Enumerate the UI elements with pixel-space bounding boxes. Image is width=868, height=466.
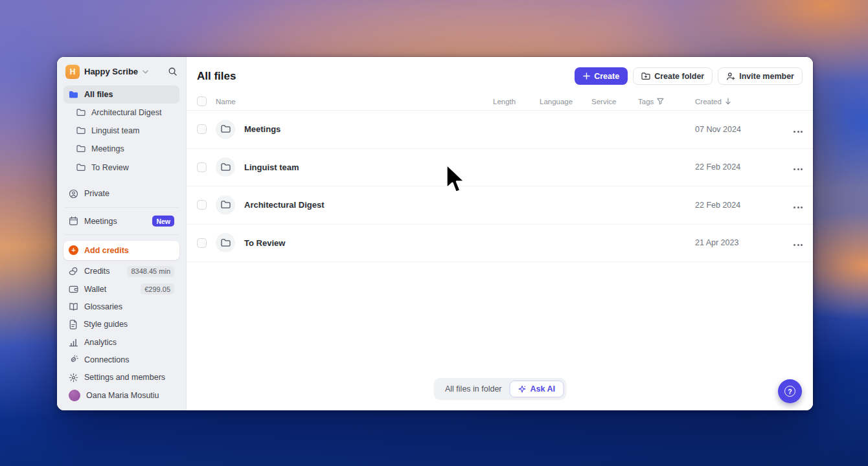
folder-icon xyxy=(216,233,235,252)
create-folder-label: Create folder xyxy=(654,72,704,81)
sidebar-item-meetings-feature[interactable]: Meetings New xyxy=(63,212,179,230)
sidebar-item-style-guides[interactable]: Style guides xyxy=(63,316,179,333)
header-actions: Create Create folder Invite member xyxy=(575,67,803,85)
link-icon xyxy=(69,355,78,364)
column-header-service[interactable]: Service xyxy=(591,98,638,105)
sidebar-item-settings-and-members[interactable]: Settings and members xyxy=(63,368,179,386)
row-name[interactable]: To Review xyxy=(244,238,285,248)
sparkle-icon xyxy=(518,385,527,394)
book-icon xyxy=(69,302,78,311)
plus-circle-icon: + xyxy=(69,245,78,255)
avatar xyxy=(69,390,80,401)
table-row[interactable]: Meetings 07 Nov 2024 xyxy=(187,111,813,149)
sidebar-item-label: Meetings xyxy=(84,217,117,226)
sidebar-item-credits[interactable]: Credits 8348.45 min xyxy=(63,263,179,280)
gear-icon xyxy=(69,373,78,383)
happy-scribe-logo: H xyxy=(65,65,80,79)
folder-plus-icon xyxy=(641,72,650,80)
mouse-cursor xyxy=(444,163,468,199)
help-button[interactable]: ? xyxy=(778,379,802,403)
folder-icon xyxy=(216,157,235,177)
bar-chart-icon xyxy=(69,338,78,347)
sidebar-item-label: Linguist team xyxy=(91,126,139,135)
sidebar-item-label: Settings and members xyxy=(84,373,165,382)
ask-ai-button[interactable]: Ask AI xyxy=(510,381,564,397)
sidebar: H Happy Scribe All files Architectural D… xyxy=(57,57,187,410)
row-name[interactable]: Architectural Digest xyxy=(244,200,325,210)
ai-scope-bar: All files in folder Ask AI xyxy=(433,378,566,400)
invite-member-button[interactable]: Invite member xyxy=(718,67,803,85)
tags-label: Tags xyxy=(638,98,654,105)
table-row[interactable]: Architectural Digest 22 Feb 2024 xyxy=(187,186,813,225)
search-icon[interactable] xyxy=(168,67,177,76)
folder-icon xyxy=(76,145,86,153)
new-badge: New xyxy=(152,216,174,227)
column-header-length[interactable]: Length xyxy=(493,98,540,105)
filter-icon[interactable] xyxy=(657,98,664,105)
row-more-button[interactable] xyxy=(779,206,803,208)
wallet-value-badge: €299.05 xyxy=(141,283,174,294)
main-header: All files Create Create folder xyxy=(187,57,813,93)
sidebar-item-label: Credits xyxy=(84,267,110,276)
sidebar-item-analytics[interactable]: Analytics xyxy=(63,333,179,351)
sidebar-item-private[interactable]: Private xyxy=(63,185,179,203)
sidebar-item-connections[interactable]: Connections xyxy=(63,351,179,368)
row-checkbox[interactable] xyxy=(197,162,207,172)
row-checkbox[interactable] xyxy=(197,238,207,248)
plus-icon xyxy=(583,72,590,80)
happy-scribe-window: H Happy Scribe All files Architectural D… xyxy=(57,57,813,410)
row-more-button[interactable] xyxy=(779,168,803,170)
credits-value-badge: 8348.45 min xyxy=(127,266,174,277)
create-button[interactable]: Create xyxy=(575,67,628,85)
sidebar-folder-linguist-team[interactable]: Linguist team xyxy=(63,122,179,140)
sidebar-item-all-files[interactable]: All files xyxy=(63,85,179,103)
sidebar-folder-architectural-digest[interactable]: Architectural Digest xyxy=(63,104,179,122)
user-name: Oana Maria Mosutiu xyxy=(86,391,159,400)
row-checkbox[interactable] xyxy=(197,200,207,210)
row-created-date: 22 Feb 2024 xyxy=(695,201,779,210)
folder-icon xyxy=(76,127,86,135)
sort-down-icon xyxy=(725,98,731,105)
sidebar-item-label: All files xyxy=(84,90,113,99)
divider xyxy=(65,207,178,208)
sidebar-folder-to-review[interactable]: To Review xyxy=(63,159,179,177)
row-name[interactable]: Meetings xyxy=(244,124,280,134)
sidebar-item-wallet[interactable]: Wallet €299.05 xyxy=(63,280,179,298)
folder-icon xyxy=(76,164,86,172)
row-created-date: 22 Feb 2024 xyxy=(695,162,779,172)
select-all-checkbox[interactable] xyxy=(197,96,207,106)
sidebar-item-label: To Review xyxy=(91,163,129,172)
row-checkbox[interactable] xyxy=(197,124,207,134)
help-icon: ? xyxy=(784,386,795,397)
workspace-switcher[interactable]: H Happy Scribe xyxy=(63,63,179,80)
row-created-date: 07 Nov 2024 xyxy=(695,125,779,134)
table-row[interactable]: To Review 21 Apr 2023 xyxy=(187,225,813,263)
ai-scope-label: All files in folder xyxy=(436,384,510,394)
create-folder-button[interactable]: Create folder xyxy=(633,67,713,85)
workspace-name: Happy Scribe xyxy=(84,67,138,76)
row-more-button[interactable] xyxy=(779,131,803,133)
sidebar-item-glossaries[interactable]: Glossaries xyxy=(63,298,179,315)
add-credits-button[interactable]: + Add credits xyxy=(63,241,179,260)
folder-icon xyxy=(76,109,86,116)
wallet-icon xyxy=(69,285,78,293)
row-name[interactable]: Linguist team xyxy=(244,162,299,172)
column-header-name[interactable]: Name xyxy=(216,98,236,105)
row-more-button[interactable] xyxy=(779,244,803,246)
document-icon xyxy=(69,320,78,329)
column-header-language[interactable]: Language xyxy=(540,98,591,105)
sidebar-item-label: Connections xyxy=(84,355,130,364)
column-header-created[interactable]: Created xyxy=(695,98,779,105)
user-plus-icon xyxy=(726,72,735,81)
folder-filled-icon xyxy=(69,91,78,99)
sidebar-item-label: Style guides xyxy=(84,320,128,329)
sidebar-item-label: Wallet xyxy=(84,285,106,294)
chevron-down-icon xyxy=(143,70,148,74)
table-row[interactable]: Linguist team 22 Feb 2024 xyxy=(187,149,813,187)
column-header-tags[interactable]: Tags xyxy=(638,98,695,105)
sidebar-folder-meetings[interactable]: Meetings xyxy=(63,140,179,158)
sidebar-item-label: Private xyxy=(84,189,109,198)
folder-icon xyxy=(216,195,235,215)
coins-icon xyxy=(69,267,78,276)
sidebar-user-menu[interactable]: Oana Maria Mosutiu xyxy=(63,386,179,405)
